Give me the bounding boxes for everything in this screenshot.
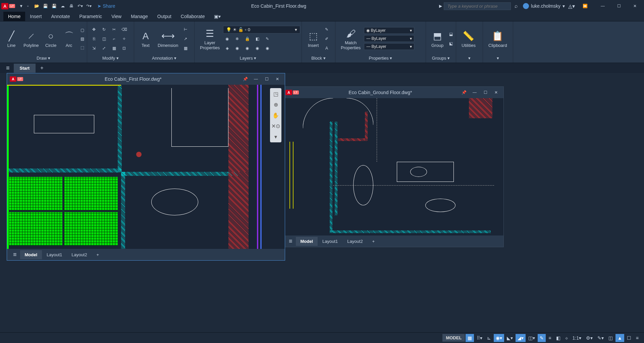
layer-prev-icon[interactable]: ◉ — [233, 44, 241, 52]
layer-misc1-icon[interactable]: ◉ — [253, 44, 261, 52]
first-tab-layout2[interactable]: Layout2 — [67, 250, 92, 259]
maximize-button[interactable]: ☐ — [611, 1, 627, 11]
layer-match-icon[interactable]: ✎ — [263, 35, 271, 43]
panel-groups-title[interactable]: Groups ▾ — [429, 55, 453, 61]
annoscale-icon[interactable]: ⟐ — [563, 334, 570, 342]
match-properties-button[interactable]: 🖌Match Properties — [338, 26, 363, 52]
explode-icon[interactable]: ✧ — [120, 35, 128, 43]
layer-lock-icon[interactable]: 🔒 — [243, 35, 251, 43]
file-tabs-menu-icon[interactable]: ≡ — [3, 65, 13, 72]
new-tab-button[interactable]: + — [36, 63, 47, 73]
region-icon[interactable]: ⬚ — [78, 44, 87, 52]
layer-freeze-icon[interactable]: ❄ — [233, 35, 241, 43]
dimension-button[interactable]: ⟷Dimension — [155, 29, 181, 49]
ortho-icon[interactable]: ⊾ — [485, 334, 493, 342]
search-input[interactable] — [444, 2, 511, 10]
tab-annotate[interactable]: Annotate — [46, 12, 74, 21]
nav-more-icon[interactable]: ▾ — [271, 132, 280, 141]
lineweight-icon[interactable]: ≡ — [546, 334, 553, 342]
maximize-icon[interactable]: ☐ — [481, 88, 490, 97]
ungroup-icon[interactable]: ⬓ — [447, 30, 455, 38]
tab-collaborate[interactable]: Collaborate — [176, 12, 210, 21]
first-tab-add[interactable]: + — [92, 250, 104, 259]
line-button[interactable]: ╱Line — [3, 29, 20, 49]
layer-off-icon[interactable]: ◉ — [223, 35, 231, 43]
window-ground-floor[interactable]: A LT Eco Cabin_Ground Floor.dwg* 📌 — ☐ ✕ — [282, 86, 504, 247]
create-block-icon[interactable]: ✎ — [323, 25, 331, 33]
erase-icon[interactable]: ⌫ — [120, 25, 128, 33]
layout-menu-icon[interactable]: ≡ — [285, 238, 296, 245]
copy-icon[interactable]: ⎘ — [90, 35, 98, 43]
app-menu-dropdown[interactable]: ▼ — [18, 3, 24, 9]
minimize-icon[interactable]: — — [251, 74, 261, 84]
tab-view[interactable]: View — [107, 12, 126, 21]
tab-manage[interactable]: Manage — [126, 12, 153, 21]
utilities-button[interactable]: 📏Utilities — [459, 29, 478, 49]
polyline-button[interactable]: ⟋Polyline — [21, 29, 42, 49]
isodraft-icon[interactable]: ◣▾ — [505, 334, 515, 342]
search-icon[interactable]: ⌕ — [513, 3, 520, 9]
tab-start[interactable]: Start — [14, 64, 36, 73]
tab-home[interactable]: Home — [3, 12, 25, 21]
plot-icon[interactable]: 🖶 — [68, 3, 75, 9]
new-icon[interactable]: ▫ — [24, 3, 31, 9]
first-tab-layout1[interactable]: Layout1 — [42, 250, 67, 259]
transparency-icon[interactable]: ◧ — [554, 334, 562, 342]
pan-icon[interactable]: ✋ — [271, 111, 280, 120]
scale-label[interactable]: 1:1▾ — [571, 334, 583, 342]
autodesk-app-icon[interactable]: ◬▾ — [568, 3, 575, 9]
close-button[interactable]: ✕ — [627, 1, 643, 11]
paste-button[interactable]: 📋Clipboard — [486, 29, 510, 49]
circle-button[interactable]: ○Circle — [42, 29, 60, 49]
save-icon[interactable]: 💾 — [42, 3, 49, 9]
panel-layers-title[interactable]: Layers ▾ — [197, 55, 299, 61]
ground-tab-layout1[interactable]: Layout1 — [318, 237, 342, 246]
fillet-icon[interactable]: ⌐ — [110, 35, 118, 43]
edit-block-icon[interactable]: ✐ — [323, 35, 331, 43]
zoom-extents-icon[interactable]: ⊕ — [271, 100, 280, 109]
group-button[interactable]: ⬒Group — [429, 29, 446, 49]
color-selector[interactable]: ◉ ByLayer▾ — [364, 27, 414, 34]
pin-icon[interactable]: 📌 — [240, 74, 250, 84]
panel-utilities-title[interactable]: ▾ — [459, 55, 480, 61]
first-tab-model[interactable]: Model — [20, 250, 42, 259]
ground-titlebar[interactable]: A LT Eco Cabin_Ground Floor.dwg* 📌 — ☐ ✕ — [283, 87, 503, 98]
layer-iso-icon[interactable]: ◈ — [223, 44, 231, 52]
linear-dim-icon[interactable]: ⊢ — [181, 25, 190, 33]
move-icon[interactable]: ✥ — [90, 25, 98, 33]
model-space-toggle[interactable]: MODEL — [442, 334, 465, 342]
ground-tab-add[interactable]: + — [368, 237, 380, 246]
tab-output[interactable]: Output — [153, 12, 176, 21]
saveas-icon[interactable]: 💾 — [51, 3, 57, 9]
rotate-icon[interactable]: ↻ — [100, 25, 108, 33]
insert-block-button[interactable]: ⬚Insert — [305, 29, 322, 49]
panel-properties-title[interactable]: Properties ▾ — [338, 55, 423, 61]
linetype-selector[interactable]: — ByLayer▾ — [364, 43, 414, 50]
layer-color-icon[interactable]: ◧ — [253, 35, 261, 43]
hardware-accel-icon[interactable]: ▲ — [615, 334, 624, 342]
polar-icon[interactable]: ◉▾ — [494, 334, 504, 342]
lineweight-selector[interactable]: — ByLayer▾ — [364, 35, 414, 42]
customize-icon[interactable]: ≡ — [634, 334, 641, 342]
units-icon[interactable]: ✎▾ — [595, 334, 606, 342]
viewcube-icon[interactable]: ◳ — [271, 89, 280, 98]
close-icon[interactable]: ✕ — [491, 88, 501, 97]
undo-icon[interactable]: ↶▾ — [77, 3, 84, 9]
first-titlebar[interactable]: A LT Eco Cabin_First Floor.dwg* 📌 — ☐ ✕ — [7, 73, 285, 85]
web-mobile-icon[interactable]: ☁ — [59, 3, 66, 9]
osnap-icon[interactable]: ◢▾ — [516, 334, 526, 342]
tab-parametric[interactable]: Parametric — [74, 12, 107, 21]
panel-block-title[interactable]: Block ▾ — [305, 55, 332, 61]
mirror-icon[interactable]: ◫ — [100, 35, 108, 43]
window-first-floor[interactable]: A LT Eco Cabin_First Floor.dwg* 📌 — ☐ ✕ — [7, 73, 285, 261]
stretch-icon[interactable]: ⇲ — [90, 44, 98, 52]
layer-misc2-icon[interactable]: ◉ — [263, 44, 271, 52]
title-play-icon[interactable]: ▶ — [437, 3, 444, 9]
ground-tab-model[interactable]: Model — [296, 237, 318, 246]
expand-icon[interactable]: ⏩ — [582, 3, 588, 9]
rect-icon[interactable]: ▢ — [78, 26, 87, 34]
panel-modify-title[interactable]: Modify ▾ — [90, 55, 131, 61]
snap-icon[interactable]: ⠿▾ — [475, 334, 484, 342]
leader-icon[interactable]: ↗ — [181, 35, 190, 43]
panel-draw-title[interactable]: Draw ▾ — [3, 55, 84, 61]
